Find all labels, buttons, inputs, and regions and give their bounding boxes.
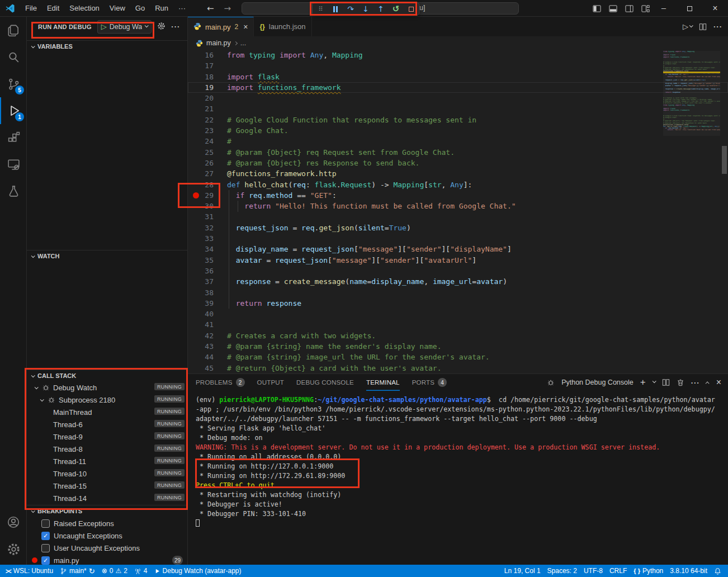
terminal-dropdown-icon[interactable] [652, 379, 656, 383]
code-line-38[interactable]: 38 [188, 287, 728, 298]
call-stack-row[interactable]: Thread-8RUNNING [27, 443, 187, 455]
code-line-45[interactable]: 45# @return {Object} a card with the use… [188, 363, 728, 373]
python-version[interactable]: 3.8.10 64-bit [666, 565, 711, 577]
cursor-position[interactable]: Ln 19, Col 1 [501, 565, 544, 577]
breakpoint-row[interactable]: User Uncaught Exceptions [27, 542, 187, 554]
code-line-43[interactable]: 43# @param {string} name the sender's di… [188, 341, 728, 352]
menu-file[interactable]: File [21, 2, 41, 14]
restart-button[interactable]: ↺ [391, 4, 400, 14]
breakpoint-checkbox[interactable]: ✓ [41, 532, 50, 540]
debug-settings-gear-icon[interactable] [157, 22, 166, 32]
call-stack-row[interactable]: Thread-11RUNNING [27, 455, 187, 467]
activity-settings-icon[interactable] [0, 536, 27, 562]
code-line-26[interactable]: 26# @param {Object} res Response to send… [188, 158, 728, 168]
code-line-18[interactable]: 18import flask [188, 72, 728, 82]
code-line-42[interactable]: 42# Creates a card with two widgets. [188, 330, 728, 341]
breadcrumb[interactable]: main.py ... [188, 36, 728, 50]
code-line-19[interactable]: 19import functions_framework [188, 82, 728, 93]
editor-more-actions-icon[interactable]: ··· [713, 22, 722, 31]
language-status[interactable]: { }Python [630, 565, 666, 577]
maximize-panel-icon[interactable] [705, 381, 709, 385]
call-stack-row[interactable]: Debug WatchRUNNING [27, 381, 187, 394]
panel-tab-problems[interactable]: PROBLEMS2 [196, 374, 245, 391]
section-call-stack[interactable]: CALL STACK [27, 370, 187, 381]
breakpoint-row[interactable]: Raised Exceptions [27, 517, 187, 529]
forward-icon[interactable]: → [224, 3, 231, 13]
code-line-33[interactable]: 33 [188, 233, 728, 244]
code-line-37[interactable]: 37 response = create_message(name=displa… [188, 276, 728, 287]
panel-more-actions-icon[interactable]: ··· [691, 379, 700, 387]
menu-selection[interactable]: Selection [65, 2, 103, 14]
code-line-35[interactable]: 35 avatar = request_json["message"]["sen… [188, 255, 728, 266]
tab-main-py[interactable]: main.py2× [188, 17, 254, 36]
step-out-button[interactable]: ↑ [376, 4, 385, 14]
code-line-44[interactable]: 44# @param {string} image_url the URL fo… [188, 352, 728, 362]
debug-config-dropdown[interactable]: ▷ Debug Wa [97, 20, 152, 34]
close-button[interactable]: × [702, 0, 728, 17]
menu-edit[interactable]: Edit [42, 2, 64, 14]
code-line-36[interactable]: 36 [188, 266, 728, 276]
activity-run-and-debug-icon[interactable]: 1 [0, 97, 27, 124]
problems-status[interactable]: ⊗0⚠2 [98, 565, 131, 577]
encoding[interactable]: UTF-8 [580, 565, 606, 577]
code-line-17[interactable]: 17 [188, 60, 728, 71]
editor-scrollbar[interactable] [722, 146, 727, 174]
call-stack-row[interactable]: MainThreadRUNNING [27, 406, 187, 418]
call-stack-row[interactable]: Subprocess 2180RUNNING [27, 394, 187, 406]
call-stack-row[interactable]: Thread-9RUNNING [27, 431, 187, 443]
breakpoint-dot-icon[interactable] [193, 192, 199, 198]
activity-source-control-icon[interactable]: 5 [0, 70, 27, 97]
menu-go[interactable]: Go [131, 2, 149, 14]
customize-layout-icon[interactable] [641, 4, 650, 13]
step-into-button[interactable]: ↓ [361, 4, 370, 14]
activity-search-icon[interactable] [0, 44, 27, 70]
call-stack-row[interactable]: Thread-15RUNNING [27, 480, 187, 492]
minimap[interactable]: from typing import Any, Mappingimport fl… [663, 51, 720, 146]
section-variables[interactable]: VARIABLES [27, 40, 187, 52]
activity-accounts-icon[interactable] [0, 509, 27, 536]
debug-session[interactable]: Debug Watch (avatar-app) [151, 565, 245, 577]
branch-status[interactable]: main*↻ [56, 565, 98, 577]
terminal-name[interactable]: Python Debug Console [561, 379, 634, 386]
code-line-22[interactable]: 22# Google Cloud Function that responds … [188, 115, 728, 125]
remote-indicator[interactable]: ><WSL: Ubuntu [2, 565, 56, 577]
section-watch[interactable]: WATCH [27, 250, 187, 262]
start-debug-icon[interactable]: ▷ [101, 22, 107, 31]
panel-tab-debug-console[interactable]: DEBUG CONSOLE [296, 374, 354, 391]
menu-view[interactable]: View [105, 2, 130, 14]
breakpoint-row[interactable]: ✓Uncaught Exceptions [27, 529, 187, 542]
stop-button[interactable] [406, 4, 415, 14]
breakpoint-checkbox[interactable] [41, 519, 50, 528]
code-line-25[interactable]: 25# @param {Object} req Request sent fro… [188, 147, 728, 158]
call-stack-row[interactable]: Thread-6RUNNING [27, 418, 187, 431]
panel-tab-ports[interactable]: PORTS4 [412, 374, 447, 391]
panel-tab-output[interactable]: OUTPUT [257, 374, 284, 391]
toggle-panel-icon[interactable] [609, 4, 617, 13]
new-terminal-icon[interactable]: + [640, 377, 646, 388]
code-line-16[interactable]: 16from typing import Any, Mapping [188, 50, 728, 60]
code-line-32[interactable]: 32 request_json = req.get_json(silent=Tr… [188, 223, 728, 233]
code-editor[interactable]: 16from typing import Any, Mapping1718imp… [188, 50, 728, 373]
kill-terminal-icon[interactable] [677, 379, 684, 386]
code-line-20[interactable]: 20 [188, 93, 728, 103]
ports-status[interactable]: 4 [131, 565, 151, 577]
close-panel-icon[interactable]: × [716, 377, 721, 387]
code-line-27[interactable]: 27@functions_framework.http [188, 168, 728, 179]
activity-testing-icon[interactable] [0, 178, 27, 205]
split-editor-icon[interactable] [699, 23, 707, 31]
tab-launch-json[interactable]: {}launch.json [254, 17, 311, 36]
notifications[interactable] [711, 565, 725, 577]
indentation[interactable]: Spaces: 2 [544, 565, 580, 577]
call-stack-row[interactable]: Thread-10RUNNING [27, 467, 187, 480]
step-over-button[interactable]: ↷ [346, 4, 355, 14]
breakpoint-checkbox[interactable]: ✓ [41, 556, 50, 565]
close-tab-icon[interactable]: × [243, 22, 248, 31]
section-breakpoints[interactable]: BREAKPOINTS [27, 505, 187, 517]
code-line-31[interactable]: 31 [188, 211, 728, 222]
activity-extensions-icon[interactable] [0, 124, 27, 151]
code-line-23[interactable]: 23# Google Chat. [188, 125, 728, 136]
terminal-output[interactable]: (env) pierrick@LAPTOP-HKU5PNNG:~/git/goo… [188, 391, 728, 565]
pause-button[interactable] [331, 4, 340, 14]
toggle-sidebar-icon[interactable] [593, 4, 601, 13]
breadcrumb-more[interactable]: ... [240, 39, 246, 47]
